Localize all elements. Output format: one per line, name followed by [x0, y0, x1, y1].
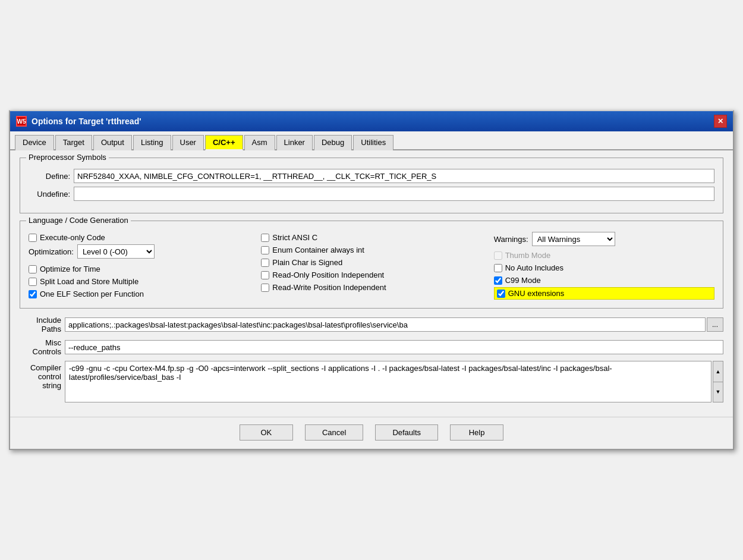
scroll-down-btn[interactable]: ▼ [713, 382, 723, 402]
execute-only-row: Execute-only Code [29, 232, 249, 243]
enum-container-checkbox[interactable] [261, 246, 269, 254]
undefine-label: Undefine: [29, 190, 70, 199]
ok-button[interactable]: OK [240, 424, 293, 441]
read-only-pos-row: Read-Only Position Independent [261, 269, 481, 281]
define-row: Define: [29, 169, 714, 183]
title-bar: W5 Options for Target 'rtthread' ✕ [10, 111, 733, 131]
thumb-mode-row: Thumb Mode [494, 250, 714, 261]
include-paths-browse[interactable]: ... [707, 317, 723, 332]
tab-target[interactable]: Target [55, 135, 92, 150]
include-paths-wrap: ... [65, 317, 723, 332]
c99-mode-row: C99 Mode [494, 275, 714, 286]
read-only-pos-checkbox[interactable] [261, 271, 269, 279]
misc-controls-label: Misc Controls [20, 338, 61, 356]
language-group: Language / Code Generation Execute-only … [20, 221, 723, 309]
read-write-pos-checkbox[interactable] [261, 284, 269, 292]
define-input[interactable] [74, 169, 714, 183]
close-button[interactable]: ✕ [714, 115, 727, 128]
gnu-extensions-row: GNU extensions [494, 287, 714, 300]
undefine-input[interactable] [74, 187, 714, 201]
c99-mode-checkbox[interactable] [494, 276, 502, 285]
enum-container-row: Enum Container always int [261, 244, 481, 256]
optimization-label: Optimization: [29, 247, 74, 256]
one-elf-checkbox[interactable] [29, 290, 37, 298]
help-button[interactable]: Help [450, 424, 503, 441]
no-auto-includes-row: No Auto Includes [494, 262, 714, 273]
tab-cpp[interactable]: C/C++ [205, 135, 243, 150]
enum-container-label: Enum Container always int [272, 246, 364, 254]
app-icon: W5 [16, 116, 27, 127]
undefine-row: Undefine: [29, 187, 714, 201]
gnu-extensions-label: GNU extensions [508, 289, 565, 298]
tab-output[interactable]: Output [93, 135, 132, 150]
main-content: Preprocessor Symbols Define: Undefine: L… [10, 150, 733, 414]
compiler-scrollbar: ▲ ▼ [713, 361, 723, 402]
title-bar-left: W5 Options for Target 'rtthread' [16, 116, 141, 127]
strict-ansi-label: Strict ANSI C [272, 233, 317, 242]
tab-linker[interactable]: Linker [276, 135, 313, 150]
misc-controls-input[interactable] [65, 340, 723, 354]
compiler-control-textarea[interactable]: -c99 -gnu -c -cpu Cortex-M4.fp.sp -g -O0… [65, 361, 711, 402]
include-paths-label: Include Paths [20, 316, 61, 334]
tab-listing[interactable]: Listing [133, 135, 171, 150]
warnings-row: Warnings: All Warnings No Warnings MISRA… [494, 232, 714, 246]
warnings-label: Warnings: [494, 235, 528, 244]
strict-ansi-checkbox[interactable] [261, 234, 269, 242]
bottom-buttons: OK Cancel Defaults Help [10, 417, 733, 449]
include-paths-row: Include Paths ... [20, 316, 723, 334]
one-elf-row: One ELF Section per Function [29, 288, 249, 300]
language-title: Language / Code Generation [26, 216, 131, 225]
read-write-pos-label: Read-Write Position Independent [272, 283, 386, 292]
include-paths-input[interactable] [65, 317, 706, 332]
tab-utilities[interactable]: Utilities [353, 135, 393, 150]
read-only-pos-label: Read-Only Position Independent [272, 270, 384, 279]
optimize-time-label: Optimize for Time [40, 265, 100, 273]
strict-ansi-row: Strict ANSI C [261, 232, 481, 243]
read-write-pos-row: Read-Write Position Independent [261, 282, 481, 293]
split-load-store-row: Split Load and Store Multiple [29, 276, 249, 287]
preprocessor-title: Preprocessor Symbols [26, 153, 109, 162]
tabs-bar: Device Target Output Listing User C/C++ … [10, 131, 733, 150]
no-auto-includes-label: No Auto Includes [505, 263, 563, 272]
misc-controls-row: Misc Controls [20, 338, 723, 356]
gnu-extensions-checkbox[interactable] [497, 290, 505, 298]
optimize-time-row: Optimize for Time [29, 263, 249, 275]
plain-char-label: Plain Char is Signed [272, 258, 342, 267]
compiler-control-label: Compiler control string [20, 361, 61, 390]
optimization-row: Optimization: Level 0 (-O0) Level 1 (-O1… [29, 244, 249, 259]
plain-char-row: Plain Char is Signed [261, 257, 481, 268]
thumb-mode-checkbox[interactable] [494, 251, 502, 260]
dialog: W5 Options for Target 'rtthread' ✕ Devic… [9, 110, 734, 450]
preprocessor-group: Preprocessor Symbols Define: Undefine: [20, 158, 723, 213]
no-auto-includes-checkbox[interactable] [494, 264, 502, 272]
compiler-control-row: Compiler control string -c99 -gnu -c -cp… [20, 361, 723, 402]
split-load-store-label: Split Load and Store Multiple [40, 277, 138, 286]
dialog-title: Options for Target 'rtthread' [32, 117, 141, 126]
scroll-up-btn[interactable]: ▲ [713, 361, 723, 382]
tab-device[interactable]: Device [15, 135, 54, 150]
warnings-select[interactable]: All Warnings No Warnings MISRA C 2004 [532, 232, 615, 246]
define-label: Define: [29, 172, 70, 181]
execute-only-checkbox[interactable] [29, 234, 37, 242]
cancel-button[interactable]: Cancel [305, 424, 363, 441]
tab-user[interactable]: User [172, 135, 204, 150]
optimize-time-checkbox[interactable] [29, 265, 37, 273]
c99-mode-label: C99 Mode [505, 276, 541, 285]
one-elf-label: One ELF Section per Function [40, 290, 144, 298]
plain-char-checkbox[interactable] [261, 259, 269, 267]
tab-asm[interactable]: Asm [244, 135, 275, 150]
split-load-store-checkbox[interactable] [29, 278, 37, 286]
optimization-select[interactable]: Level 0 (-O0) Level 1 (-O1) Level 2 (-O2… [77, 244, 155, 259]
defaults-button[interactable]: Defaults [375, 424, 438, 441]
execute-only-label: Execute-only Code [40, 233, 105, 242]
thumb-mode-label: Thumb Mode [505, 251, 551, 260]
tab-debug[interactable]: Debug [314, 135, 352, 150]
